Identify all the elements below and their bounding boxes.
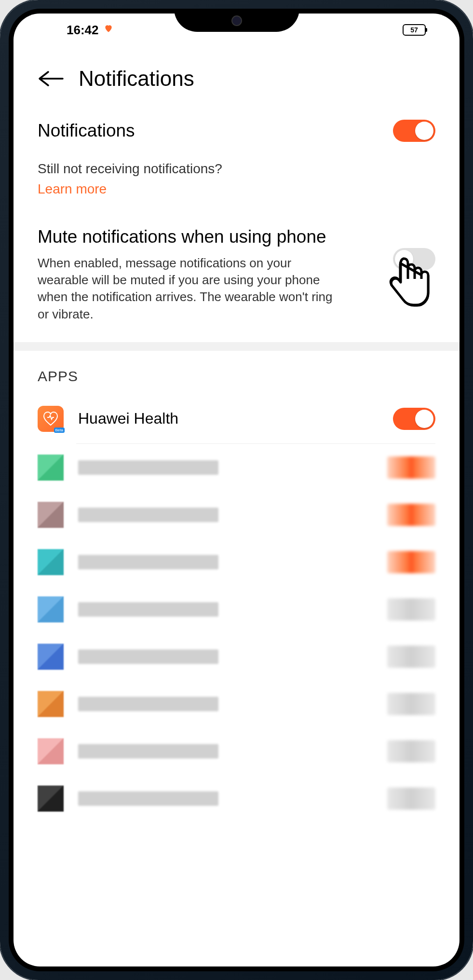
- app-row-obscured: [38, 633, 435, 680]
- app-row-obscured: [38, 728, 435, 775]
- app-name-obscured: [78, 791, 218, 806]
- status-time: 16:42: [67, 23, 99, 38]
- apps-header: APPS: [14, 351, 459, 394]
- app-icon-obscured: [38, 596, 64, 622]
- app-name-label: Huawei Health: [78, 410, 378, 428]
- app-name-obscured: [78, 508, 218, 522]
- learn-more-link[interactable]: Learn more: [38, 181, 107, 197]
- app-toggle-obscured[interactable]: [387, 740, 435, 762]
- app-icon-obscured: [38, 502, 64, 528]
- app-row-huawei-health: Beta Huawei Health: [38, 394, 435, 443]
- app-icon-obscured: [38, 786, 64, 812]
- app-name-obscured: [78, 460, 218, 475]
- notifications-hint: Still not receiving notifications?: [38, 161, 435, 177]
- page-title: Notifications: [79, 67, 194, 91]
- mute-toggle[interactable]: [393, 248, 435, 270]
- mute-title: Mute notifications when using phone: [38, 226, 327, 248]
- phone-frame: 16:42 57 Notification: [0, 0, 473, 980]
- app-list: Beta Huawei Health: [14, 394, 459, 822]
- app-name-obscured: [78, 744, 218, 759]
- app-name-obscured: [78, 602, 218, 617]
- app-row-obscured: [38, 444, 435, 491]
- notifications-section: Notifications Still not receiving notifi…: [14, 105, 459, 211]
- app-toggle-obscured[interactable]: [387, 646, 435, 668]
- app-row-obscured: [38, 491, 435, 538]
- section-divider: [14, 342, 459, 351]
- battery-level: 57: [410, 26, 418, 34]
- app-row-obscured: [38, 586, 435, 633]
- app-toggle-obscured[interactable]: [387, 787, 435, 810]
- huawei-health-icon: Beta: [38, 406, 64, 432]
- display-notch: [174, 9, 299, 32]
- screen: 16:42 57 Notification: [14, 14, 459, 966]
- phone-bezel: 16:42 57 Notification: [9, 9, 464, 971]
- app-row-obscured: [38, 775, 435, 822]
- app-icon-obscured: [38, 738, 64, 764]
- app-name-obscured: [78, 697, 218, 711]
- notifications-row: Notifications: [38, 120, 435, 142]
- app-toggle-obscured[interactable]: [387, 693, 435, 715]
- status-left: 16:42: [67, 23, 113, 38]
- page-header: Notifications: [14, 42, 459, 105]
- app-row-obscured: [38, 680, 435, 728]
- notifications-label: Notifications: [38, 121, 135, 141]
- beta-badge: Beta: [54, 428, 65, 433]
- app-name-obscured: [78, 649, 218, 664]
- notifications-toggle[interactable]: [393, 120, 435, 142]
- app-icon-obscured: [38, 691, 64, 717]
- app-toggle-huawei-health[interactable]: [393, 408, 435, 430]
- app-icon-obscured: [38, 644, 64, 670]
- mute-description: When enabled, message notifications on y…: [38, 255, 337, 322]
- app-toggle-obscured[interactable]: [387, 598, 435, 621]
- app-name-obscured: [78, 555, 218, 569]
- app-row-obscured: [38, 538, 435, 586]
- app-icon-obscured: [38, 549, 64, 575]
- app-toggle-obscured[interactable]: [387, 551, 435, 573]
- mute-section: Mute notifications when using phone When…: [14, 211, 459, 342]
- back-button[interactable]: [38, 69, 64, 88]
- battery-indicator: 57: [403, 24, 426, 36]
- app-toggle-obscured[interactable]: [387, 504, 435, 526]
- status-right: 57: [403, 24, 426, 36]
- app-icon-obscured: [38, 455, 64, 481]
- health-app-icon: [104, 24, 113, 36]
- app-toggle-obscured[interactable]: [387, 456, 435, 479]
